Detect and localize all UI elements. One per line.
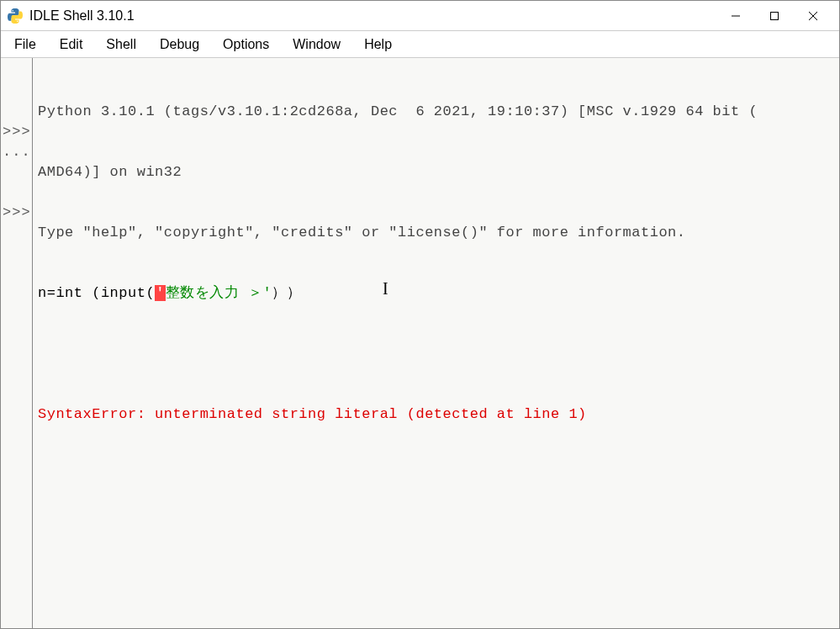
svg-rect-3 (771, 12, 779, 19)
idle-shell-window: IDLE Shell 3.10.1 File Edit Shell Debug … (0, 0, 840, 629)
prompt-gutter: >>> ... >>> (1, 58, 33, 628)
gutter-dots: ... (1, 142, 32, 162)
svg-point-1 (17, 20, 18, 22)
code-string: 整数を入力 ＞' (166, 285, 272, 301)
window-title: IDLE Shell 3.10.1 (29, 8, 716, 24)
banner-line: Type "help", "copyright", "credits" or "… (38, 223, 834, 243)
banner-line: AMD64)] on win32 (38, 162, 834, 182)
current-input-line[interactable] (38, 526, 834, 546)
menu-shell[interactable]: Shell (94, 34, 148, 56)
error-line: SyntaxError: unterminated string literal… (38, 404, 834, 425)
menu-options[interactable]: Options (211, 34, 281, 56)
gutter-prompt: >>> (1, 122, 32, 142)
maximize-button[interactable] (755, 1, 794, 31)
editor-area: >>> ... >>> Python 3.10.1 (tags/v3.10.1:… (1, 58, 839, 628)
svg-point-0 (12, 10, 13, 12)
menu-debug[interactable]: Debug (148, 34, 211, 56)
gutter-prompt: >>> (1, 203, 32, 223)
code-line: n=int (input('整数を入力 ＞'）） (38, 283, 834, 304)
window-controls (716, 1, 832, 31)
menu-edit[interactable]: Edit (48, 34, 95, 56)
blank-line (38, 465, 834, 485)
banner-line: Python 3.10.1 (tags/v3.10.1:2cd268a, Dec… (38, 102, 834, 122)
menu-window[interactable]: Window (281, 34, 352, 56)
shell-text-area[interactable]: Python 3.10.1 (tags/v3.10.1:2cd268a, Dec… (33, 58, 839, 628)
close-button[interactable] (794, 1, 832, 31)
menu-file[interactable]: File (3, 34, 48, 56)
error-highlight: ' (155, 285, 166, 301)
titlebar: IDLE Shell 3.10.1 (1, 1, 839, 31)
menu-help[interactable]: Help (352, 34, 404, 56)
minimize-button[interactable] (716, 1, 755, 31)
python-icon (8, 8, 23, 24)
blank-line (38, 344, 834, 364)
code-suffix: ）） (272, 285, 301, 301)
code-prefix: n=int (input( (38, 285, 155, 301)
menubar: File Edit Shell Debug Options Window Hel… (1, 31, 839, 58)
